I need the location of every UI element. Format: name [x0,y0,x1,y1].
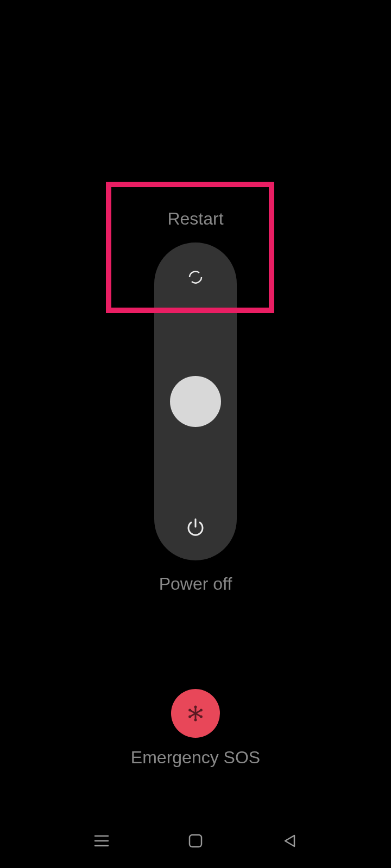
power-icon[interactable] [185,516,206,538]
power-slider-track [154,242,237,560]
restart-label: Restart [0,209,391,229]
svg-point-5 [190,710,191,711]
svg-point-4 [195,719,196,720]
nav-recents-button[interactable] [90,829,113,853]
medical-asterisk-icon [186,704,205,723]
restart-icon[interactable] [186,267,205,287]
slider-handle[interactable] [170,376,221,427]
svg-point-8 [200,710,201,711]
nav-back-button[interactable] [278,829,301,853]
svg-point-3 [195,706,196,707]
svg-point-6 [200,716,201,717]
menu-icon [94,834,109,847]
emergency-sos-label: Emergency SOS [0,748,391,768]
nav-home-button[interactable] [184,829,207,853]
triangle-back-icon [283,833,296,848]
svg-point-7 [190,716,191,717]
svg-rect-12 [190,835,201,847]
emergency-sos-button[interactable] [171,689,220,738]
navigation-bar [0,829,391,853]
power-off-label: Power off [0,574,391,594]
square-icon [188,834,203,848]
